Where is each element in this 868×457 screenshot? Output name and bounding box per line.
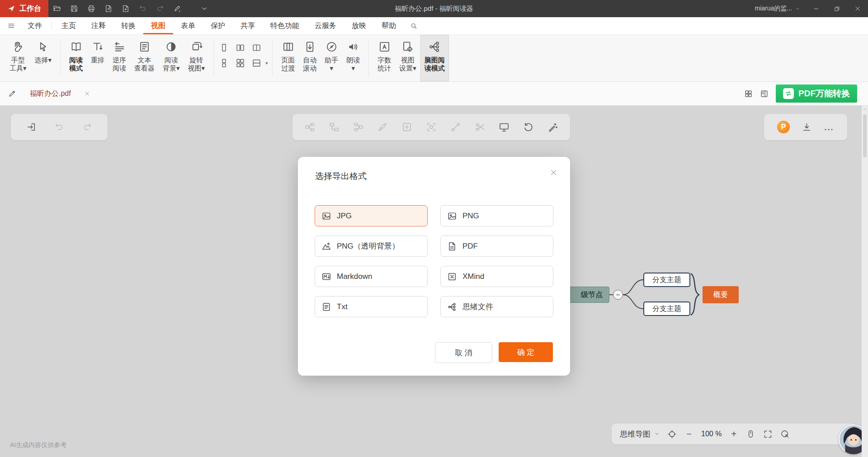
undo-button[interactable] (134, 0, 151, 17)
split-node-button[interactable] (475, 122, 486, 132)
toolbar-dropdown-button[interactable] (196, 0, 213, 17)
more-options-button[interactable]: … (824, 125, 834, 129)
single-page-button[interactable] (218, 42, 229, 53)
add-child-node-button[interactable] (353, 122, 364, 132)
format-option-mind-file[interactable]: 思绪文件 (440, 296, 553, 317)
reflow-button[interactable]: 重排 (87, 35, 108, 81)
save-button[interactable] (66, 0, 83, 17)
text-viewer-button[interactable]: 文本 查看器 (130, 35, 159, 81)
split-view-caret-icon[interactable]: ▾ (265, 61, 268, 66)
scrollbar-thumb[interactable] (863, 114, 867, 157)
workspace-button[interactable]: 工作台 (0, 0, 48, 17)
format-option-txt[interactable]: Txt (315, 296, 428, 317)
foxit-orange-badge[interactable]: P (777, 121, 790, 133)
thumbnail-grid-button[interactable] (744, 90, 753, 98)
download-button[interactable] (802, 122, 812, 132)
assistant-button[interactable]: 助手 ▾ (321, 35, 342, 81)
menu-file[interactable]: 文件 (20, 17, 50, 34)
account-menu[interactable]: miarua的监... (750, 5, 806, 13)
menu-features[interactable]: 特色功能 (263, 17, 307, 34)
view-settings-button[interactable]: 视图 设置▾ (395, 35, 420, 81)
pdf-convert-button[interactable]: PDF万能转换 (776, 85, 857, 103)
mindmap-summary-node[interactable]: 概要 (703, 286, 739, 303)
menu-share[interactable]: 共享 (233, 17, 263, 34)
close-button[interactable] (847, 0, 868, 17)
mindmap-canvas[interactable]: 级节点 − 分支主题 分支主题 概要 P … 思维导图 − 100 % (0, 106, 868, 457)
insert-node-button[interactable] (401, 122, 412, 132)
read-aloud-button[interactable]: 朗读 ▾ (342, 35, 364, 81)
export-pages-button[interactable] (100, 0, 117, 17)
dialog-close-button[interactable] (550, 169, 557, 176)
book-view-button[interactable] (251, 42, 262, 53)
menu-comment[interactable]: 注释 (84, 17, 113, 34)
diagram-mode-select[interactable]: 思维导图 (620, 429, 660, 439)
page-panel-button[interactable] (760, 90, 769, 98)
page-transition-button[interactable]: 页面 过渡 (277, 35, 299, 81)
mindmap-reading-mode-button[interactable]: 脑图阅 读模式 (420, 35, 449, 81)
add-sibling-node-button[interactable] (329, 122, 340, 132)
minimize-button[interactable] (806, 0, 826, 17)
frame-select-button[interactable] (426, 122, 437, 132)
continuous-facing-button[interactable] (235, 57, 245, 68)
menu-protect[interactable]: 保护 (203, 17, 233, 34)
menu-form[interactable]: 表单 (173, 17, 203, 34)
rotate-view-button[interactable]: 旋转 视图▾ (184, 35, 209, 81)
format-option-jpg[interactable]: JPG (315, 205, 428, 226)
ink-sign-button[interactable] (169, 0, 186, 17)
mindmap-branch-node[interactable]: 分支主题 (643, 302, 690, 316)
zoom-out-button[interactable]: − (684, 429, 693, 439)
collapse-node-button[interactable]: − (613, 290, 623, 300)
search-button[interactable] (404, 17, 424, 34)
mindmap-branch-node[interactable]: 分支主题 (643, 273, 690, 287)
read-mode-button[interactable]: 阅读 模式 (65, 35, 87, 81)
add-parent-node-button[interactable] (304, 122, 315, 132)
menu-convert[interactable]: 转换 (113, 17, 143, 34)
open-file-button[interactable] (48, 0, 66, 17)
tab-close-button[interactable] (85, 91, 90, 96)
menu-cloud[interactable]: 云服务 (307, 17, 344, 34)
format-option-png-transparent[interactable]: PNG（透明背景） (315, 236, 428, 257)
format-option-pdf[interactable]: PDF (440, 236, 553, 257)
relation-line-button[interactable] (450, 122, 461, 132)
canvas-redo-button[interactable] (82, 122, 92, 132)
vertical-scrollbar[interactable] (862, 106, 868, 457)
menu-help[interactable]: 帮助 (374, 17, 404, 34)
exit-mindmap-button[interactable] (26, 122, 36, 132)
mouse-mode-button[interactable] (746, 429, 755, 439)
menu-view[interactable]: 视图 (143, 17, 173, 34)
text-viewer-label: 文本 查看器 (134, 56, 155, 72)
format-option-markdown[interactable]: Markdown (315, 266, 428, 287)
word-count-button[interactable]: 字数 统计 (373, 35, 395, 81)
new-page-button[interactable] (117, 0, 134, 17)
select-tool-button[interactable]: 选择▾ (31, 35, 56, 81)
ok-button[interactable]: 确 定 (499, 342, 553, 362)
hand-tool-button[interactable]: 手型 工具▾ (5, 35, 31, 81)
canvas-undo-button[interactable] (54, 122, 64, 132)
format-option-xmind[interactable]: XMind (440, 266, 553, 287)
split-view-button[interactable] (251, 57, 262, 68)
zoom-in-button[interactable]: + (729, 429, 738, 439)
document-tab[interactable]: 福昕办公.pdf (23, 82, 97, 105)
scroll-up-icon[interactable] (863, 107, 867, 112)
facing-pages-button[interactable] (235, 42, 245, 53)
menu-slideshow[interactable]: 放映 (344, 17, 374, 34)
center-view-button[interactable] (667, 429, 677, 439)
node-style-button[interactable] (377, 122, 388, 132)
pointer-mode-button[interactable] (780, 429, 790, 439)
cancel-button[interactable]: 取 消 (435, 342, 492, 363)
refresh-layout-button[interactable] (523, 122, 534, 132)
format-option-png[interactable]: PNG (440, 205, 553, 226)
annotate-quick-button[interactable] (0, 90, 23, 98)
auto-scroll-button[interactable]: 自动 滚动 (299, 35, 321, 81)
reverse-reading-button[interactable]: 逆序 阅读 (108, 35, 130, 81)
ai-beautify-button[interactable] (547, 122, 558, 132)
print-button[interactable] (83, 0, 100, 17)
restore-button[interactable] (826, 0, 847, 17)
fullscreen-button[interactable] (763, 429, 773, 439)
hamburger-menu-button[interactable] (0, 17, 20, 34)
presentation-mode-button[interactable] (499, 122, 509, 132)
menu-home[interactable]: 主页 (54, 17, 84, 34)
reading-background-button[interactable]: 阅读 背景▾ (159, 35, 184, 81)
continuous-page-button[interactable] (218, 57, 229, 68)
redo-button[interactable] (151, 0, 169, 17)
